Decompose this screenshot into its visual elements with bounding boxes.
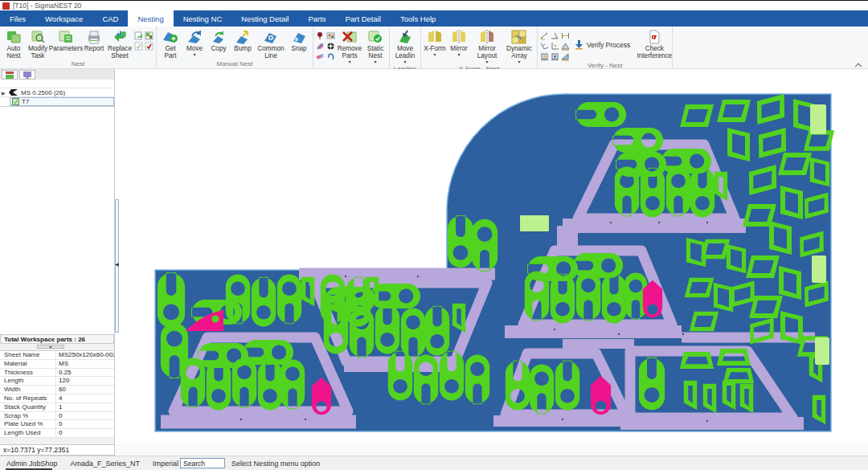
property-row: Length 120	[0, 377, 114, 386]
remove-parts-icon	[341, 28, 358, 46]
undo-icon[interactable]	[326, 51, 336, 62]
dynamic-array-button[interactable]: Dynamic Array ▾	[503, 28, 535, 65]
property-name: Width	[0, 386, 56, 394]
cursor-coordinates: x=10.7371 y=77.2351	[0, 444, 115, 456]
picture-icon[interactable]	[326, 31, 336, 41]
tree-row-task[interactable]: T7	[10, 97, 114, 106]
property-value[interactable]: 0	[56, 420, 114, 428]
tree-empty-area	[0, 107, 114, 334]
property-value[interactable]: 120	[56, 377, 114, 385]
modify-task-button[interactable]: Modify Task	[26, 28, 50, 60]
menu-parts[interactable]: Parts	[298, 10, 335, 27]
common-line-button[interactable]: Common Line	[255, 28, 287, 60]
mirror-layout-button[interactable]: Mirror Layout ▾	[471, 28, 503, 65]
get-part-button[interactable]: Get Part	[158, 28, 182, 60]
bump-button[interactable]: Bump	[231, 28, 255, 53]
pin-icon[interactable]	[315, 31, 326, 41]
verify-process-button[interactable]: Verify Process	[571, 39, 633, 50]
collapse-arrow-icon[interactable]: ◀	[115, 261, 119, 267]
x-form-icon	[426, 28, 444, 46]
eraser-icon[interactable]	[315, 51, 326, 62]
tree-row-sheet[interactable]: ▶ MS 0.2500 (26)	[0, 88, 114, 97]
window-title: [T10] - SigmaNEST 20	[13, 2, 81, 10]
wheel-icon[interactable]	[326, 41, 336, 51]
check-interference-button[interactable]: Check Interference	[638, 28, 670, 60]
report-button[interactable]: Report	[82, 28, 106, 53]
tab-tasks[interactable]	[19, 70, 35, 80]
property-name: Plate Used %	[0, 420, 56, 428]
tab-sheets[interactable]	[2, 70, 18, 80]
measure-axis-icon[interactable]	[550, 41, 560, 51]
ribbon-group-leadins: Move Leadin ▾ Leadins	[390, 27, 421, 68]
mirror-button[interactable]: Mirror ▾	[447, 28, 471, 58]
property-value[interactable]: 60	[56, 386, 114, 394]
status-search-input[interactable]	[180, 458, 225, 468]
property-name: Material	[0, 360, 56, 368]
menu-workspace[interactable]: Workspace	[35, 10, 92, 27]
menu-tools-help[interactable]: Tools Help	[391, 10, 445, 27]
sheet-properties-grid: Sheet Name MS250x120x60-002 Material MS …	[0, 350, 114, 438]
part-slash-icon[interactable]	[315, 41, 326, 51]
property-row: Length Used 0	[0, 429, 114, 438]
property-value[interactable]: 0.25	[56, 369, 114, 377]
panel-splitter[interactable]	[0, 344, 114, 350]
property-value[interactable]: 4	[56, 394, 114, 403]
sheet-node-label: MS 0.2500 (26)	[21, 89, 65, 96]
nesting-canvas[interactable]	[115, 69, 868, 444]
menu-nesting-detail[interactable]: Nesting Detail	[231, 10, 298, 27]
property-name: Stack Quantity	[0, 403, 56, 411]
copy-button[interactable]: Copy	[207, 28, 231, 53]
static-nest-button[interactable]: Static Nest ▾	[363, 28, 387, 65]
menu-nesting[interactable]: Nesting	[128, 10, 173, 27]
measure-angle-icon[interactable]	[550, 31, 560, 41]
measure-grid2-icon[interactable]	[550, 51, 560, 62]
verify-process-icon	[574, 39, 584, 50]
property-name: Scrap %	[0, 412, 56, 420]
status-user[interactable]: Admin JobShop	[0, 460, 64, 468]
app-icon	[2, 2, 10, 10]
measure-length-icon[interactable]	[539, 31, 550, 41]
property-value[interactable]: MS	[56, 360, 114, 368]
page-color-icon[interactable]	[144, 31, 154, 41]
checkbox-light-icon[interactable]	[133, 41, 144, 51]
status-machine[interactable]: Amada_F_Series_NT	[64, 460, 147, 468]
property-value[interactable]: 0	[56, 429, 114, 437]
tree-row-empty[interactable]	[0, 80, 114, 88]
property-row: Scrap % 0	[0, 412, 114, 421]
property-row: Stack Quantity 1	[0, 403, 114, 412]
property-value[interactable]: 0	[56, 412, 114, 420]
x-form-button[interactable]: X-Form ▾	[423, 28, 447, 58]
measure-perp-icon[interactable]	[539, 41, 550, 51]
snap-icon	[290, 28, 308, 46]
remove-parts-button[interactable]: Remove Parts ▾	[336, 28, 363, 65]
get-part-icon	[162, 28, 179, 46]
menu-cad[interactable]: CAD	[92, 10, 128, 27]
menu-files[interactable]: Files	[0, 10, 35, 27]
property-value[interactable]: 1	[56, 403, 114, 411]
parameters-icon	[58, 28, 74, 46]
move-button[interactable]: Move ▾	[182, 28, 207, 58]
measure-width-icon[interactable]	[560, 31, 571, 41]
page-export-icon[interactable]	[133, 31, 144, 41]
move-leadin-button[interactable]: Move Leadin ▾	[391, 28, 419, 65]
auto-nest-button[interactable]: Auto Nest	[2, 28, 26, 60]
expand-icon[interactable]: ▶	[2, 90, 6, 96]
snap-button[interactable]: Snap	[287, 28, 311, 53]
measure-area-icon[interactable]	[560, 41, 571, 51]
property-name: Sheet Name	[0, 351, 56, 359]
property-value[interactable]: MS250x120x60-002	[56, 351, 114, 359]
workspace-parts-header: Total Workspace parts : 26	[0, 334, 114, 344]
ribbon-group-nest: Auto Nest Modify Task Parameters Report	[0, 27, 157, 68]
checkbox-red-icon[interactable]	[144, 41, 154, 51]
replace-sheet-button[interactable]: Replace Sheet	[106, 28, 133, 60]
status-units[interactable]: Imperial	[146, 460, 180, 468]
ribbon-collapse-button[interactable]	[856, 62, 862, 66]
parameters-button[interactable]: Parameters	[50, 28, 82, 53]
status-bar: Admin JobShop Amada_F_Series_NT Imperial…	[0, 456, 868, 470]
measure-grid1-icon[interactable]	[539, 51, 550, 62]
measure-slope-icon[interactable]	[560, 51, 571, 62]
property-row: Sheet Name MS250x120x60-002	[0, 351, 114, 360]
manual-mini-icons	[315, 31, 336, 62]
menu-nesting-nc[interactable]: Nesting NC	[174, 10, 232, 27]
menu-part-detail[interactable]: Part Detail	[336, 10, 391, 27]
